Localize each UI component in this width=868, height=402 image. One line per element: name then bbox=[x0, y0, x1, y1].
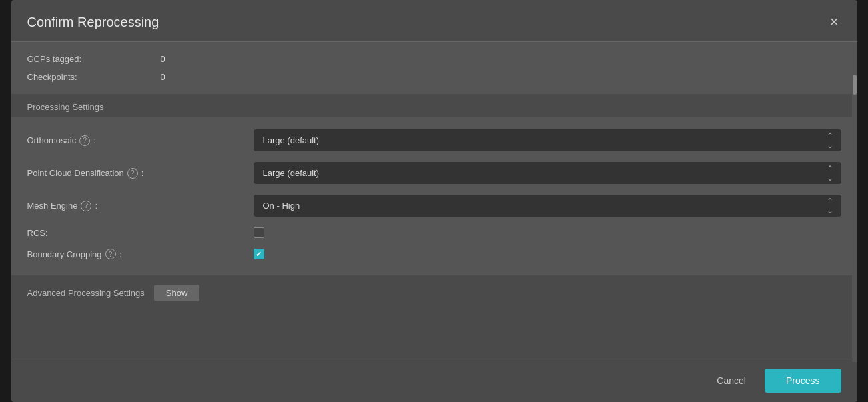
scrollbar-thumb bbox=[853, 75, 857, 95]
dialog-header: Confirm Reprocessing × bbox=[11, 0, 857, 41]
orthomosaic-select[interactable]: Small Medium Large (default) Extra Large bbox=[254, 129, 841, 151]
point-cloud-row: Point Cloud Densification ? : Small Medi… bbox=[27, 157, 841, 189]
rcs-checkbox-wrapper bbox=[254, 227, 264, 238]
advanced-section: Advanced Processing Settings Show bbox=[11, 275, 857, 311]
settings-section: Orthomosaic ? : Small Medium Large (defa… bbox=[11, 117, 857, 275]
gcps-label: GCPs tagged: bbox=[27, 54, 161, 64]
process-button[interactable]: Process bbox=[765, 369, 841, 393]
point-cloud-label: Point Cloud Densification ? : bbox=[27, 168, 254, 179]
gcps-row: GCPs tagged: 0 bbox=[27, 50, 841, 68]
boundary-cropping-label: Boundary Cropping ? : bbox=[27, 249, 254, 259]
processing-settings-label: Processing Settings bbox=[11, 94, 857, 117]
checkpoints-value: 0 bbox=[161, 72, 165, 82]
rcs-label: RCS: bbox=[27, 228, 254, 238]
boundary-cropping-help-icon[interactable]: ? bbox=[105, 249, 116, 259]
mesh-engine-help-icon[interactable]: ? bbox=[81, 201, 91, 211]
show-advanced-button[interactable]: Show bbox=[154, 285, 200, 301]
orthomosaic-row: Orthomosaic ? : Small Medium Large (defa… bbox=[27, 124, 841, 157]
boundary-cropping-row: Boundary Cropping ? : bbox=[27, 243, 841, 265]
mesh-engine-select-wrapper: Off On - Low On - Medium On - High ⌃⌄ bbox=[254, 195, 841, 217]
checkpoints-label: Checkpoints: bbox=[27, 72, 161, 82]
mesh-engine-row: Mesh Engine ? : Off On - Low On - Medium… bbox=[27, 189, 841, 222]
confirm-reprocessing-dialog: Confirm Reprocessing × GCPs tagged: 0 Ch… bbox=[11, 0, 857, 402]
rcs-checkbox[interactable] bbox=[254, 227, 264, 238]
checkpoints-row: Checkpoints: 0 bbox=[27, 68, 841, 86]
spacer bbox=[11, 311, 857, 359]
point-cloud-select[interactable]: Small Medium Large (default) Extra Large bbox=[254, 162, 841, 184]
orthomosaic-select-wrapper: Small Medium Large (default) Extra Large… bbox=[254, 129, 841, 151]
mesh-engine-label: Mesh Engine ? : bbox=[27, 201, 254, 211]
point-cloud-select-wrapper: Small Medium Large (default) Extra Large… bbox=[254, 162, 841, 184]
orthomosaic-help-icon[interactable]: ? bbox=[79, 135, 90, 146]
orthomosaic-label: Orthomosaic ? : bbox=[27, 135, 254, 146]
scrollbar[interactable] bbox=[852, 73, 857, 362]
dialog-footer: Cancel Process bbox=[11, 359, 857, 402]
gcps-value: 0 bbox=[161, 54, 165, 64]
boundary-cropping-checkbox-wrapper bbox=[254, 249, 264, 259]
advanced-label: Advanced Processing Settings bbox=[27, 288, 145, 298]
cancel-button[interactable]: Cancel bbox=[706, 370, 757, 391]
point-cloud-help-icon[interactable]: ? bbox=[127, 168, 138, 179]
mesh-engine-select[interactable]: Off On - Low On - Medium On - High bbox=[254, 195, 841, 217]
close-button[interactable]: × bbox=[827, 12, 841, 32]
info-section: GCPs tagged: 0 Checkpoints: 0 bbox=[11, 42, 857, 94]
boundary-cropping-checkbox[interactable] bbox=[254, 249, 264, 259]
rcs-row: RCS: bbox=[27, 222, 841, 243]
dialog-title: Confirm Reprocessing bbox=[27, 15, 159, 30]
